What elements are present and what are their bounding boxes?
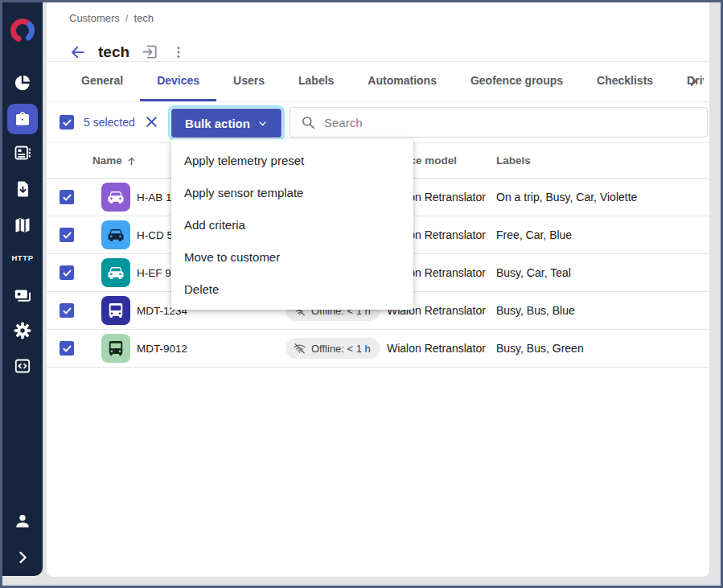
breadcrumb-customers[interactable]: Customers bbox=[69, 12, 120, 24]
row-checkbox[interactable] bbox=[60, 228, 74, 242]
bulk-action-menu: Apply telemetry preset Apply sensor temp… bbox=[171, 139, 413, 310]
device-labels: On a trip, Busy, Car, Violette bbox=[496, 179, 637, 216]
menu-item-add-criteria[interactable]: Add criteria bbox=[171, 208, 413, 241]
page-title: tech bbox=[98, 43, 129, 61]
row-checkbox[interactable] bbox=[60, 341, 74, 356]
brand-logo-icon[interactable] bbox=[7, 15, 38, 46]
sidebar: HTTP bbox=[2, 2, 43, 576]
chevron-right-icon bbox=[685, 73, 701, 89]
back-arrow-icon bbox=[69, 43, 87, 61]
checkmark-icon bbox=[62, 268, 72, 278]
car-icon bbox=[101, 183, 130, 212]
app-window: { "colors": { "sidebar_bg": "#16243e", "… bbox=[0, 0, 723, 588]
back-button[interactable] bbox=[69, 43, 87, 61]
column-header-name[interactable]: Name bbox=[92, 143, 138, 179]
device-labels: Busy, Bus, Blue bbox=[496, 292, 575, 330]
tab-geofence-groups[interactable]: Geofence groups bbox=[454, 62, 580, 101]
close-icon bbox=[143, 113, 160, 130]
selected-count-label: 5 selected bbox=[84, 102, 135, 142]
sidebar-item-payments[interactable] bbox=[13, 286, 32, 305]
device-labels: Busy, Bus, Green bbox=[496, 330, 584, 368]
more-options-button[interactable] bbox=[170, 44, 187, 60]
sidebar-item-sim-cards[interactable] bbox=[13, 179, 32, 199]
tabs-scroll-right-button[interactable] bbox=[685, 73, 701, 93]
sidebar-item-api[interactable] bbox=[13, 356, 32, 376]
row-checkbox[interactable] bbox=[60, 190, 74, 204]
chevron-down-icon bbox=[257, 118, 268, 129]
table-row[interactable]: MDT-9012 Offline: < 1 h Wialon Retransla… bbox=[47, 330, 709, 368]
clear-selection-button[interactable] bbox=[143, 113, 160, 130]
tab-labels[interactable]: Labels bbox=[281, 62, 351, 101]
car-icon bbox=[101, 220, 130, 249]
tab-general[interactable]: General bbox=[64, 62, 140, 101]
bus-icon bbox=[101, 334, 130, 363]
sidebar-item-maps[interactable] bbox=[13, 216, 32, 235]
tab-devices[interactable]: Devices bbox=[140, 62, 216, 101]
status-text: Offline: < 1 h bbox=[311, 343, 371, 355]
tab-checklists[interactable]: Checklists bbox=[580, 62, 670, 101]
device-model: Wialon Retranslator bbox=[387, 330, 486, 368]
device-labels: Free, Car, Blue bbox=[496, 216, 572, 254]
checkmark-icon bbox=[62, 117, 72, 128]
checkmark-icon bbox=[62, 343, 72, 354]
wifi-off-icon bbox=[293, 342, 306, 356]
page-header: Customers/tech tech bbox=[47, 2, 709, 62]
checkmark-icon bbox=[62, 306, 72, 316]
sort-ascending-icon bbox=[125, 155, 138, 167]
bulk-action-button[interactable]: Bulk action bbox=[171, 109, 281, 138]
car-icon bbox=[101, 258, 130, 287]
content-card: Customers/tech tech Gener bbox=[47, 2, 709, 577]
select-all-checkbox[interactable] bbox=[60, 115, 74, 130]
person-icon bbox=[13, 512, 32, 531]
billing-card-icon bbox=[13, 143, 32, 162]
briefcase-icon bbox=[13, 109, 32, 129]
device-labels: Busy, Car, Teal bbox=[496, 254, 571, 292]
column-name-label: Name bbox=[92, 143, 122, 179]
menu-item-delete[interactable]: Delete bbox=[171, 273, 413, 305]
bus-icon bbox=[101, 296, 130, 325]
sidebar-item-http[interactable]: HTTP bbox=[2, 253, 43, 262]
tab-users[interactable]: Users bbox=[216, 62, 281, 101]
sidebar-item-settings[interactable] bbox=[13, 321, 32, 340]
checkmark-icon bbox=[62, 192, 72, 203]
login-as-customer-button[interactable] bbox=[141, 43, 159, 61]
breadcrumb-separator: / bbox=[125, 12, 129, 24]
search-input[interactable] bbox=[290, 107, 708, 138]
kebab-menu-icon bbox=[170, 44, 187, 60]
map-icon bbox=[13, 216, 32, 235]
payments-icon bbox=[13, 286, 32, 305]
sidebar-item-billing[interactable] bbox=[13, 143, 32, 162]
login-icon bbox=[141, 43, 159, 61]
status-badge: Offline: < 1 h bbox=[286, 338, 380, 359]
sidebar-item-account[interactable] bbox=[13, 512, 32, 531]
sidebar-expand-button[interactable] bbox=[13, 548, 32, 567]
sim-card-download-icon bbox=[13, 179, 32, 199]
tab-automations[interactable]: Automations bbox=[351, 62, 454, 101]
menu-item-move-to-customer[interactable]: Move to customer bbox=[171, 241, 413, 273]
breadcrumb: Customers/tech bbox=[69, 12, 154, 24]
pie-chart-icon bbox=[13, 73, 32, 93]
breadcrumb-current: tech bbox=[134, 12, 154, 24]
row-checkbox[interactable] bbox=[60, 265, 74, 280]
selection-toolbar: 5 selected Bulk action bbox=[47, 102, 709, 143]
sidebar-item-dashboard[interactable] bbox=[13, 73, 32, 93]
settings-gear-icon bbox=[13, 321, 32, 340]
tab-bar: General Devices Users Labels Automations… bbox=[47, 62, 709, 102]
menu-item-apply-sensor-template[interactable]: Apply sensor template bbox=[171, 176, 413, 208]
sidebar-item-devices[interactable] bbox=[7, 104, 38, 134]
menu-item-apply-telemetry-preset[interactable]: Apply telemetry preset bbox=[171, 144, 413, 176]
chevron-right-icon bbox=[13, 548, 32, 567]
checkmark-icon bbox=[62, 230, 72, 241]
search-icon bbox=[300, 114, 316, 130]
bulk-action-label: Bulk action bbox=[185, 117, 250, 130]
code-box-icon bbox=[13, 356, 32, 376]
device-name: MDT-9012 bbox=[137, 330, 187, 368]
row-checkbox[interactable] bbox=[60, 303, 74, 318]
column-header-labels[interactable]: Labels bbox=[496, 143, 531, 179]
